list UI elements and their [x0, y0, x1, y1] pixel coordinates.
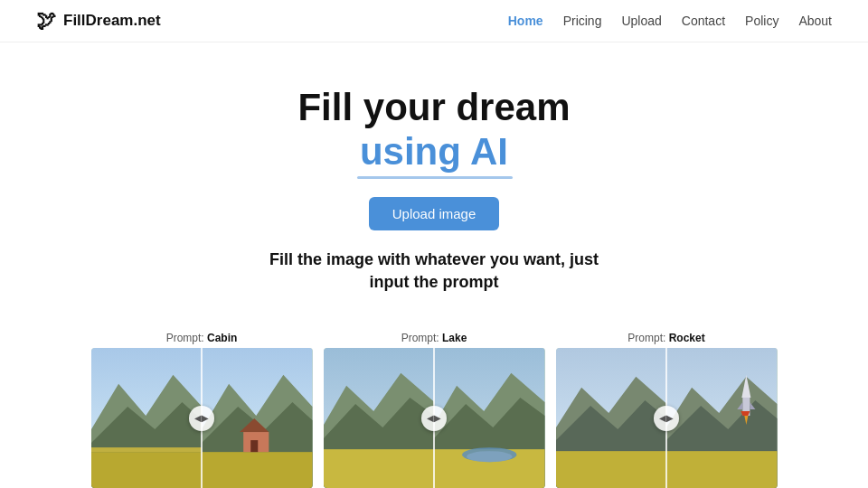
hero-subtitle: Fill the image with whatever you want, j… — [18, 249, 850, 294]
rocket-before — [556, 348, 667, 488]
svg-rect-4 — [91, 447, 203, 452]
handle-cabin[interactable]: ◀▶ — [189, 406, 214, 431]
logo-text: FillDream.net — [63, 12, 161, 30]
svg-rect-3 — [91, 452, 203, 488]
nav-policy[interactable]: Policy — [745, 14, 778, 28]
examples-row-1: Prompt: Cabin — [91, 332, 778, 488]
hero-line2: using AI — [360, 129, 508, 174]
cabin-before — [91, 348, 203, 488]
nav-upload[interactable]: Upload — [621, 14, 661, 28]
handle-rocket[interactable]: ◀▶ — [654, 406, 679, 431]
lake-after — [434, 348, 545, 488]
upload-image-button[interactable]: Upload image — [369, 197, 500, 230]
svg-point-21 — [467, 451, 512, 462]
logo-icon: 🕊 — [36, 9, 56, 33]
example-rocket: Prompt: Rocket — [556, 332, 778, 488]
svg-rect-15 — [324, 449, 435, 488]
example-lake: Prompt: Lake — [324, 332, 545, 488]
hero-section: Fill your dream using AI Upload image Fi… — [0, 42, 868, 312]
cabin-after — [202, 348, 313, 488]
navbar: 🕊 FillDream.net Home Pricing Upload Cont… — [0, 0, 868, 42]
rocket-after — [666, 348, 778, 488]
nav-about[interactable]: About — [798, 14, 832, 28]
handle-lake[interactable]: ◀▶ — [421, 406, 447, 431]
nav-pricing[interactable]: Pricing — [563, 14, 602, 28]
image-compare-lake: ◀▶ — [324, 348, 545, 488]
nav-home[interactable]: Home — [508, 14, 543, 28]
nav-links: Home Pricing Upload Contact Policy About — [508, 13, 832, 29]
lake-before — [324, 348, 435, 488]
svg-rect-8 — [202, 452, 313, 488]
image-compare-cabin: ◀▶ — [91, 348, 313, 488]
prompt-cabin-label: Prompt: Cabin — [166, 332, 238, 344]
prompt-rocket-label: Prompt: Rocket — [627, 332, 704, 344]
example-cabin: Prompt: Cabin — [91, 332, 313, 488]
svg-rect-29 — [666, 451, 778, 488]
examples-section: Prompt: Cabin — [0, 312, 868, 488]
image-compare-rocket: ◀▶ — [556, 348, 778, 488]
svg-rect-25 — [556, 451, 667, 488]
svg-rect-11 — [250, 440, 258, 452]
nav-contact[interactable]: Contact — [682, 14, 725, 28]
hero-line1: Fill your dream — [18, 86, 850, 129]
prompt-lake-label: Prompt: Lake — [401, 332, 467, 344]
logo[interactable]: 🕊 FillDream.net — [36, 9, 161, 33]
